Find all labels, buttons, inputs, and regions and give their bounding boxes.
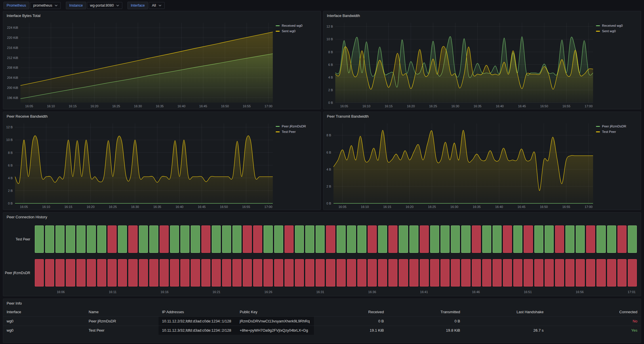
status-bar-connected[interactable] (295, 225, 304, 253)
status-bar-connected[interactable] (513, 225, 522, 253)
panel-title[interactable]: Peer Receive Bandwidth (7, 114, 47, 119)
column-header[interactable]: Transmitted (387, 307, 464, 316)
variable-interface-select[interactable]: All (149, 2, 165, 9)
status-bar-disconnected[interactable] (295, 259, 304, 286)
status-bar-connected[interactable] (399, 225, 408, 253)
variable-prometheus-select[interactable]: prometheus (30, 2, 61, 9)
status-bar-connected[interactable] (628, 225, 637, 253)
status-bar-disconnected[interactable] (77, 259, 85, 286)
status-bar-connected[interactable] (565, 225, 574, 253)
panel-title[interactable]: Peer Info (7, 301, 22, 305)
legend-item[interactable]: Peer jRzmDsDR (276, 125, 319, 128)
status-bar-connected[interactable] (607, 225, 616, 253)
status-bar-disconnected[interactable] (222, 259, 231, 286)
variable-instance-select[interactable]: wg-portal:8080 (87, 2, 123, 9)
status-bar-connected[interactable] (357, 225, 366, 253)
status-bar-disconnected[interactable] (524, 259, 533, 286)
status-bar-disconnected[interactable] (253, 259, 262, 286)
status-bar-disconnected[interactable] (212, 259, 221, 286)
status-bar-connected[interactable] (441, 225, 449, 253)
status-bar-disconnected[interactable] (264, 259, 273, 286)
status-bar-disconnected[interactable] (545, 259, 554, 286)
timeseries-plot[interactable]: 196 KiB200 KiB204 KiB208 KiB212 KiB216 K… (3, 20, 276, 109)
status-bar-disconnected[interactable] (378, 259, 387, 286)
status-bar-connected[interactable] (191, 225, 200, 253)
status-bar-disconnected[interactable] (285, 225, 294, 253)
status-bar-connected[interactable] (180, 225, 189, 253)
status-bar-disconnected[interactable] (368, 259, 377, 286)
status-bar-disconnected[interactable] (170, 259, 179, 286)
timeseries-plot[interactable]: 0 B2 B4 B6 B8 B10 B12 B16:0516:1016:1516… (323, 20, 596, 109)
status-bar-connected[interactable] (264, 225, 273, 253)
status-bar-connected[interactable] (451, 225, 460, 253)
status-bar-disconnected[interactable] (597, 259, 605, 286)
status-bar-disconnected[interactable] (503, 259, 512, 286)
status-bar-disconnected[interactable] (430, 259, 439, 286)
status-bar-disconnected[interactable] (305, 259, 314, 286)
status-bar-disconnected[interactable] (128, 259, 137, 286)
timeseries-plot[interactable]: 0 B2 B4 B6 B8 B16:0516:1016:1516:2016:25… (323, 121, 596, 210)
status-bar-disconnected[interactable] (555, 225, 564, 253)
status-bar-disconnected[interactable] (66, 259, 75, 286)
column-header[interactable]: Public Key (236, 307, 314, 316)
status-bar-disconnected[interactable] (337, 259, 346, 286)
status-bar-connected[interactable] (337, 225, 346, 253)
status-bar-disconnected[interactable] (180, 259, 189, 286)
status-bar-connected[interactable] (149, 225, 158, 253)
status-bar-connected[interactable] (222, 225, 231, 253)
status-bar-connected[interactable] (45, 225, 54, 253)
status-bar-connected[interactable] (118, 225, 127, 253)
status-bar-disconnected[interactable] (118, 259, 127, 286)
panel-title[interactable]: Interface Bytes Total (7, 14, 41, 18)
status-bar-connected[interactable] (534, 225, 543, 253)
status-bar-disconnected[interactable] (243, 225, 252, 253)
status-bar-disconnected[interactable] (347, 259, 356, 286)
status-bar-disconnected[interactable] (388, 225, 397, 253)
legend-item[interactable]: Received wg0 (276, 24, 319, 27)
legend-item[interactable]: Test Peer (596, 130, 639, 133)
column-header[interactable]: Name (85, 307, 159, 316)
status-bar-disconnected[interactable] (618, 259, 626, 286)
legend-item[interactable]: Received wg0 (596, 24, 639, 27)
status-bar-disconnected[interactable] (493, 259, 502, 286)
status-bar-disconnected[interactable] (128, 225, 137, 253)
status-bar-disconnected[interactable] (513, 259, 522, 286)
status-bar-disconnected[interactable] (409, 259, 418, 286)
status-bar-disconnected[interactable] (420, 225, 429, 253)
panel-title[interactable]: Peer Transmit Bandwidth (327, 114, 369, 119)
status-bar-connected[interactable] (461, 225, 470, 253)
status-bar-disconnected[interactable] (108, 259, 117, 286)
status-bar-connected[interactable] (77, 225, 85, 253)
status-bar-connected[interactable] (97, 225, 106, 253)
legend-item[interactable]: Peer jRzmDsDR (596, 125, 639, 128)
status-bar-disconnected[interactable] (285, 259, 294, 286)
status-bar-disconnected[interactable] (326, 259, 335, 286)
status-bar-connected[interactable] (170, 225, 179, 253)
status-bar-disconnected[interactable] (472, 259, 481, 286)
status-bar-disconnected[interactable] (482, 259, 491, 286)
status-bar-connected[interactable] (87, 225, 96, 253)
status-bar-disconnected[interactable] (45, 259, 54, 286)
status-bar-disconnected[interactable] (357, 259, 366, 286)
status-bar-disconnected[interactable] (35, 259, 44, 286)
status-bar-disconnected[interactable] (388, 259, 397, 286)
status-bar-connected[interactable] (430, 225, 439, 253)
status-bar-connected[interactable] (378, 225, 387, 253)
status-bar-disconnected[interactable] (503, 225, 512, 253)
panel-title[interactable]: Interface Bandwidth (327, 14, 360, 18)
status-bar-disconnected[interactable] (316, 259, 325, 286)
status-bar-connected[interactable] (212, 225, 221, 253)
status-bar-connected[interactable] (66, 225, 75, 253)
status-bar-disconnected[interactable] (586, 259, 595, 286)
status-bar-connected[interactable] (316, 225, 325, 253)
status-bar-disconnected[interactable] (243, 259, 252, 286)
status-bar-connected[interactable] (493, 225, 502, 253)
status-history-chart[interactable]: Test PeerPeer jRzmDsDR16:0616:1116:1616:… (3, 221, 641, 296)
status-bar-connected[interactable] (409, 225, 418, 253)
column-header[interactable]: Received (314, 307, 387, 316)
status-bar-disconnected[interactable] (628, 259, 637, 286)
status-bar-disconnected[interactable] (461, 259, 470, 286)
status-bar-disconnected[interactable] (56, 259, 64, 286)
status-bar-connected[interactable] (482, 225, 491, 253)
legend-item[interactable]: Sent wg0 (276, 29, 319, 33)
